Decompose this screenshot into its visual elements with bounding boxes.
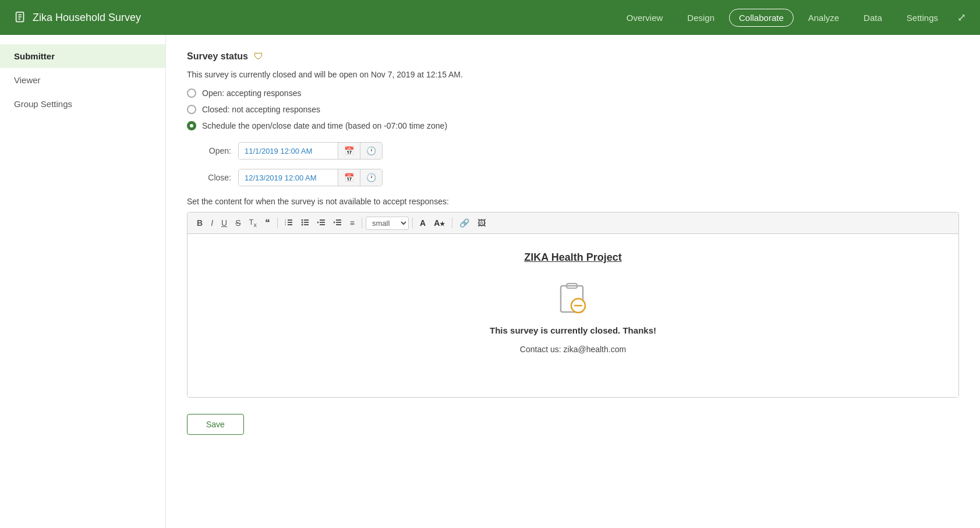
svg-point-13 [301,219,303,221]
svg-point-14 [301,222,303,224]
shield-icon: 🛡 [254,51,263,62]
editor-body[interactable]: ZIKA Health Project This survey is curre… [187,234,958,397]
app-title-area: Zika Household Survey [14,11,141,24]
main-content: Survey status 🛡 This survey is currently… [166,35,980,528]
nav-settings[interactable]: Settings [897,9,948,27]
svg-rect-4 [288,219,292,221]
svg-marker-19 [317,221,319,224]
editor-container: B I U S Tx ❝ 123 ≡ [187,212,959,398]
nav-design[interactable]: Design [677,9,724,27]
indent-increase-button[interactable] [330,216,345,230]
radio-closed[interactable]: Closed: not accepting responses [187,105,959,114]
svg-marker-23 [334,221,335,224]
strikethrough-button[interactable]: S [232,217,244,229]
share-icon[interactable]: ⤢ [957,11,966,24]
unordered-list-button[interactable] [298,216,313,230]
radio-group: Open: accepting responses Closed: not ac… [187,88,959,130]
header: Zika Household Survey Overview Design Co… [0,0,980,35]
app-title: Zika Household Survey [33,12,141,24]
page-layout: Submitter Viewer Group Settings Survey s… [0,35,980,528]
svg-text:3: 3 [285,223,286,226]
radio-schedule[interactable]: Schedule the open/close date and time (b… [187,121,959,130]
radio-open-btn[interactable] [187,88,196,98]
indent-decrease-button[interactable] [314,216,329,230]
svg-rect-10 [304,219,309,221]
svg-rect-21 [336,222,341,223]
open-date-input-group: 📅 🕐 [238,142,383,160]
open-time-btn[interactable]: 🕐 [360,143,382,159]
radio-open[interactable]: Open: accepting responses [187,88,959,98]
svg-rect-12 [304,224,309,225]
toolbar-sep-4 [452,218,452,228]
svg-rect-16 [320,219,325,221]
svg-rect-20 [336,219,341,221]
quote-button[interactable]: ❝ [261,216,274,230]
radio-open-label: Open: accepting responses [202,88,301,98]
editor-title: ZIKA Health Project [199,251,947,264]
main-nav: Overview Design Collaborate Analyze Data… [617,9,966,27]
radio-closed-btn[interactable] [187,105,196,114]
nav-overview[interactable]: Overview [617,9,673,27]
radio-schedule-btn[interactable] [187,121,196,130]
svg-point-15 [301,224,303,226]
survey-status-header: Survey status 🛡 [187,51,959,62]
svg-rect-5 [288,222,292,223]
open-date-row: Open: 📅 🕐 [202,142,959,160]
status-info-text: This survey is currently closed and will… [187,70,959,79]
toolbar-sep-3 [412,218,413,228]
save-section: Save [187,414,959,435]
editor-toolbar: B I U S Tx ❝ 123 ≡ [187,212,958,234]
close-date-input[interactable] [239,170,338,186]
close-calendar-btn[interactable]: 📅 [338,169,360,186]
open-date-label: Open: [202,146,231,155]
sidebar-item-submitter[interactable]: Submitter [0,44,165,68]
open-calendar-btn[interactable]: 📅 [338,143,360,159]
align-button[interactable]: ≡ [346,217,358,229]
svg-rect-18 [320,224,325,225]
close-date-label: Close: [202,173,231,182]
sidebar-item-viewer[interactable]: Viewer [0,68,165,92]
font-highlight-button[interactable]: A★ [430,217,448,229]
svg-rect-17 [320,222,325,223]
toolbar-sep-2 [362,218,362,228]
editor-closed-text: This survey is currently closed. Thanks! [199,325,947,335]
nav-data[interactable]: Data [854,9,892,27]
save-button[interactable]: Save [187,414,244,435]
svg-rect-11 [304,222,309,223]
image-button[interactable]: 🖼 [474,217,489,229]
svg-rect-6 [288,224,292,225]
survey-status-label: Survey status [187,51,248,62]
nav-collaborate[interactable]: Collaborate [729,9,794,27]
radio-closed-label: Closed: not accepting responses [202,105,320,114]
close-date-row: Close: 📅 🕐 [202,169,959,186]
clear-format-button[interactable]: Tx [245,216,260,230]
link-button[interactable]: 🔗 [456,217,473,229]
sidebar: Submitter Viewer Group Settings [0,35,166,528]
ordered-list-button[interactable]: 123 [281,216,296,230]
bold-button[interactable]: B [193,217,206,229]
close-date-input-group: 📅 🕐 [238,169,383,186]
font-color-button[interactable]: A [416,217,429,229]
font-size-select[interactable]: small normal large [366,217,409,230]
closed-survey-icon [553,275,593,316]
italic-button[interactable]: I [207,217,217,229]
radio-schedule-label: Schedule the open/close date and time (b… [202,121,447,130]
survey-icon [14,11,27,24]
toolbar-sep-1 [277,218,278,228]
editor-contact-text: Contact us: zika@health.com [199,345,947,354]
open-date-input[interactable] [239,143,338,159]
underline-button[interactable]: U [218,217,231,229]
close-time-btn[interactable]: 🕐 [360,169,382,186]
content-area-label: Set the content for when the survey is n… [187,197,959,206]
nav-analyze[interactable]: Analyze [798,9,849,27]
sidebar-item-group-settings[interactable]: Group Settings [0,92,165,116]
svg-rect-22 [336,224,341,225]
